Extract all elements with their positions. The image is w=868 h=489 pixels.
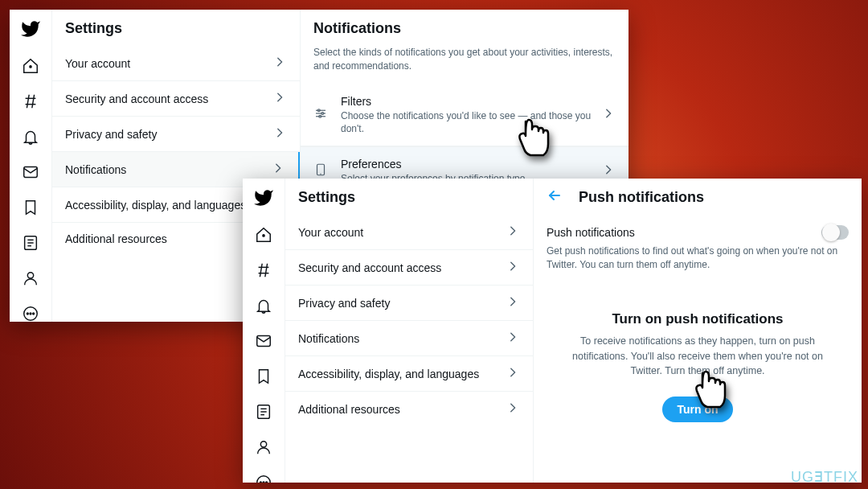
bookmarks-icon[interactable]: [22, 199, 39, 220]
twitter-logo-icon[interactable]: [20, 18, 41, 43]
bookmarks-icon[interactable]: [255, 368, 272, 388]
settings-item-your-account[interactable]: Your account: [52, 46, 300, 81]
svg-point-13: [27, 313, 28, 314]
detail-title: Notifications: [301, 10, 628, 46]
menu-label: Accessibility, display, and languages: [65, 199, 246, 212]
left-nav: [10, 10, 51, 322]
menu-label: Security and account access: [65, 92, 208, 105]
preferences-icon: [313, 162, 330, 180]
option-filters[interactable]: FiltersChoose the notifications you'd li…: [301, 84, 628, 146]
chevron-right-icon: [274, 55, 287, 71]
profile-icon[interactable]: [22, 269, 39, 290]
twitter-logo-icon[interactable]: [253, 187, 274, 212]
settings-item-notifications[interactable]: Notifications: [285, 321, 533, 356]
left-nav: [243, 179, 285, 483]
svg-point-26: [263, 235, 264, 236]
menu-label: Your account: [65, 57, 130, 70]
push-cta-desc: To receive notifications as they happen,…: [558, 334, 837, 379]
back-arrow-icon[interactable]: [547, 187, 563, 207]
lists-icon[interactable]: [22, 234, 39, 255]
home-icon[interactable]: [255, 226, 272, 247]
option-title: Filters: [341, 95, 592, 108]
chevron-right-icon: [274, 126, 287, 142]
settings-item-accessibility[interactable]: Accessibility, display, and languages: [285, 356, 533, 392]
menu-label: Notifications: [298, 332, 359, 345]
menu-label: Accessibility, display, and languages: [298, 368, 479, 380]
push-detail-column: Push notifications Push notifications Ge…: [534, 179, 862, 483]
settings-item-security[interactable]: Security and account access: [52, 81, 300, 117]
chevron-right-icon: [603, 163, 616, 179]
explore-icon[interactable]: [22, 92, 39, 113]
menu-label: Additional resources: [298, 403, 400, 416]
chevron-right-icon: [507, 260, 520, 275]
push-cta-box: Turn on push notifications To receive no…: [534, 282, 862, 422]
menu-label: Additional resources: [65, 232, 167, 245]
settings-item-privacy[interactable]: Privacy and safety: [285, 286, 533, 321]
messages-icon[interactable]: [22, 163, 39, 184]
detail-title: Push notifications: [579, 189, 704, 206]
messages-icon[interactable]: [255, 332, 272, 353]
more-icon[interactable]: [22, 305, 39, 322]
more-icon[interactable]: [255, 474, 272, 483]
svg-point-1: [30, 66, 31, 68]
chevron-right-icon: [507, 224, 520, 240]
settings-column: Settings Your account Security and accou…: [285, 179, 534, 483]
settings-title: Settings: [285, 179, 533, 215]
svg-point-39: [263, 482, 264, 483]
svg-point-14: [30, 313, 31, 314]
settings-item-additional[interactable]: Additional resources: [285, 392, 533, 426]
option-title: Preferences: [341, 158, 592, 171]
menu-label: Privacy and safety: [298, 297, 390, 310]
svg-rect-31: [257, 336, 271, 347]
chevron-right-icon: [507, 331, 520, 346]
svg-line-4: [27, 95, 29, 109]
menu-label: Notifications: [65, 163, 126, 176]
settings-item-privacy[interactable]: Privacy and safety: [52, 117, 300, 152]
svg-point-38: [260, 482, 261, 483]
push-notifications-panel: Settings Your account Security and accou…: [243, 179, 862, 483]
lists-icon[interactable]: [255, 403, 272, 424]
chevron-right-icon: [603, 107, 616, 123]
push-toggle-label: Push notifications: [547, 226, 635, 239]
home-icon[interactable]: [22, 57, 39, 78]
chevron-right-icon: [274, 91, 287, 106]
option-desc: Choose the notifications you'd like to s…: [341, 109, 592, 135]
filters-icon: [313, 106, 330, 124]
push-desc: Get push notifications to find out what'…: [534, 244, 862, 282]
push-cta-title: Turn on push notifications: [558, 311, 837, 327]
menu-label: Privacy and safety: [65, 128, 157, 141]
chevron-right-icon: [507, 366, 520, 381]
settings-item-security[interactable]: Security and account access: [285, 250, 533, 286]
svg-line-5: [32, 95, 35, 109]
svg-line-30: [265, 264, 268, 277]
svg-point-15: [33, 313, 35, 314]
settings-title: Settings: [52, 10, 300, 46]
svg-rect-6: [24, 167, 38, 178]
notifications-icon[interactable]: [22, 128, 39, 149]
menu-label: Security and account access: [298, 261, 441, 274]
chevron-right-icon: [272, 162, 285, 177]
menu-label: Your account: [298, 226, 363, 239]
notifications-icon[interactable]: [255, 297, 272, 318]
watermark: UGƎTFIX: [791, 468, 858, 486]
chevron-right-icon: [507, 295, 520, 310]
detail-subtext: Select the kinds of notifications you ge…: [301, 46, 628, 84]
svg-point-11: [27, 273, 33, 278]
push-toggle[interactable]: [821, 225, 849, 240]
svg-point-40: [266, 482, 268, 483]
chevron-right-icon: [507, 401, 520, 417]
profile-icon[interactable]: [255, 438, 272, 459]
turn-on-button[interactable]: Turn on: [662, 397, 732, 422]
settings-item-your-account[interactable]: Your account: [285, 215, 533, 250]
explore-icon[interactable]: [255, 261, 272, 282]
svg-point-36: [260, 442, 266, 447]
svg-line-29: [260, 264, 262, 277]
